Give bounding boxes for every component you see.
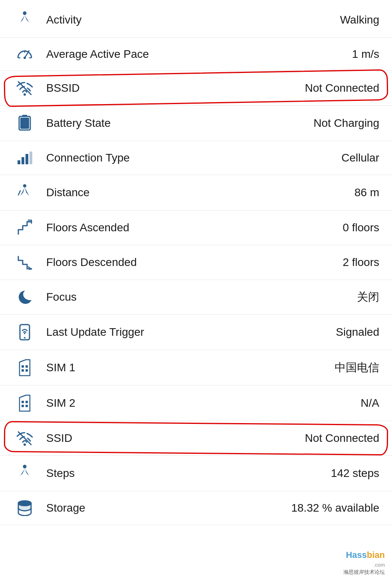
list-item-battery-state: Battery State Not Charging bbox=[0, 106, 392, 141]
svg-rect-9 bbox=[22, 115, 27, 117]
svg-rect-22 bbox=[25, 365, 28, 368]
sim2-icon bbox=[13, 394, 37, 412]
average-active-pace-icon bbox=[13, 47, 37, 62]
list-item-floors-descended: Floors Descended 2 floors bbox=[0, 245, 392, 280]
bssid-value: Not Connected bbox=[305, 82, 379, 95]
activity-value: Walking bbox=[340, 14, 379, 26]
svg-rect-21 bbox=[22, 365, 24, 368]
storage-value: 18.32 % available bbox=[291, 502, 379, 514]
svg-point-7 bbox=[24, 93, 26, 96]
sim2-value: N/A bbox=[361, 397, 379, 410]
svg-point-30 bbox=[24, 443, 26, 446]
list-item-last-update-trigger: Last Update Trigger Signaled bbox=[0, 315, 392, 350]
list-item-connection-type: Connection Type Cellular bbox=[0, 141, 392, 175]
svg-point-2 bbox=[24, 57, 26, 59]
sim1-icon bbox=[13, 359, 37, 376]
svg-point-31 bbox=[23, 465, 27, 469]
battery-state-icon bbox=[13, 114, 37, 132]
ssid-value: Not Connected bbox=[305, 432, 379, 445]
focus-icon bbox=[13, 289, 37, 305]
svg-rect-28 bbox=[25, 405, 28, 407]
floors-descended-value: 2 floors bbox=[343, 256, 379, 269]
watermark: Hassbian .com 瀚思彼岸技术论坛 bbox=[343, 549, 385, 576]
svg-rect-25 bbox=[22, 401, 24, 403]
ssid-icon bbox=[13, 430, 37, 447]
battery-state-label: Battery State bbox=[46, 117, 314, 130]
bssid-label: BSSID bbox=[46, 82, 305, 95]
activity-label: Activity bbox=[46, 14, 340, 26]
list-item-ssid: SSID Not Connected bbox=[0, 421, 392, 456]
storage-icon bbox=[13, 500, 37, 516]
battery-state-value: Not Charging bbox=[314, 117, 379, 130]
average-active-pace-value: 1 m/s bbox=[352, 48, 379, 61]
svg-rect-10 bbox=[20, 118, 29, 129]
svg-point-33 bbox=[18, 501, 31, 506]
steps-label: Steps bbox=[46, 467, 331, 480]
last-update-trigger-icon bbox=[13, 323, 37, 341]
list-item-sim1: SIM 1 中国电信 bbox=[0, 350, 392, 386]
floors-ascended-value: 0 floors bbox=[343, 221, 379, 234]
list-item-average-active-pace: Average Active Pace 1 m/s bbox=[0, 38, 392, 71]
list-item-activity: Activity Walking bbox=[0, 0, 392, 38]
steps-value: 142 steps bbox=[331, 467, 379, 480]
svg-point-15 bbox=[23, 184, 26, 187]
sim2-label: SIM 2 bbox=[46, 397, 361, 410]
svg-point-0 bbox=[23, 12, 27, 15]
bssid-icon bbox=[13, 80, 37, 97]
connection-type-value: Cellular bbox=[341, 152, 379, 164]
floors-descended-icon bbox=[13, 254, 37, 271]
last-update-trigger-label: Last Update Trigger bbox=[46, 326, 336, 339]
svg-rect-26 bbox=[25, 401, 28, 403]
floors-ascended-icon bbox=[13, 219, 37, 236]
storage-label: Storage bbox=[46, 502, 291, 514]
ssid-label: SSID bbox=[46, 432, 305, 445]
activity-icon bbox=[13, 11, 37, 29]
sim1-value: 中国电信 bbox=[335, 360, 379, 375]
last-update-trigger-value: Signaled bbox=[336, 326, 379, 339]
distance-label: Distance bbox=[46, 186, 355, 199]
svg-rect-11 bbox=[18, 160, 20, 164]
list-item-bssid: BSSID Not Connected bbox=[0, 71, 392, 106]
sim1-label: SIM 1 bbox=[46, 361, 335, 374]
steps-icon bbox=[13, 465, 37, 482]
connection-type-label: Connection Type bbox=[46, 152, 341, 164]
floors-ascended-label: Floors Ascended bbox=[46, 221, 343, 234]
svg-rect-14 bbox=[29, 152, 32, 164]
average-active-pace-label: Average Active Pace bbox=[46, 48, 352, 61]
list-item-sim2: SIM 2 N/A bbox=[0, 386, 392, 421]
svg-point-20 bbox=[24, 333, 25, 334]
list-item-storage: Storage 18.32 % available bbox=[0, 491, 392, 525]
svg-line-16 bbox=[18, 191, 20, 195]
list-item-floors-ascended: Floors Ascended 0 floors bbox=[0, 211, 392, 245]
focus-value: 关闭 bbox=[357, 290, 379, 305]
distance-value: 86 m bbox=[355, 186, 379, 199]
svg-rect-27 bbox=[22, 405, 24, 407]
focus-label: Focus bbox=[46, 291, 357, 303]
svg-rect-23 bbox=[22, 369, 24, 372]
list-item-focus: Focus 关闭 bbox=[0, 280, 392, 315]
list-item-distance: Distance 86 m bbox=[0, 175, 392, 211]
connection-type-icon bbox=[13, 150, 37, 166]
distance-icon bbox=[13, 184, 37, 201]
svg-rect-24 bbox=[25, 369, 28, 372]
list-item-steps: Steps 142 steps bbox=[0, 456, 392, 491]
sensor-list: Activity Walking Average Active Pace 1 m… bbox=[0, 0, 392, 525]
svg-rect-12 bbox=[22, 157, 24, 164]
svg-point-19 bbox=[24, 337, 25, 339]
floors-descended-label: Floors Descended bbox=[46, 256, 343, 269]
svg-rect-13 bbox=[25, 154, 28, 164]
